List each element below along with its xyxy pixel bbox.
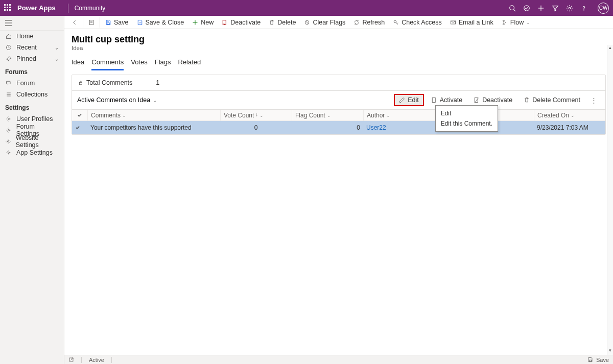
column-author[interactable]: Author⌄ xyxy=(363,110,435,120)
column-created-on[interactable]: Created On⌄ xyxy=(534,110,605,120)
more-commands-button[interactable]: ⋮ xyxy=(587,96,600,104)
topbar-divider xyxy=(68,4,68,13)
key-icon xyxy=(393,19,399,26)
column-comments[interactable]: Comments⌄ xyxy=(87,110,220,120)
sort-desc-icon: ↑ xyxy=(255,112,258,118)
save-close-icon xyxy=(137,19,143,26)
back-button[interactable] xyxy=(67,16,82,29)
filter-icon[interactable] xyxy=(552,5,566,12)
deactivate-icon xyxy=(474,97,480,103)
lock-icon xyxy=(78,80,83,86)
sidebar-label: App Settings xyxy=(16,149,53,156)
clear-flags-icon xyxy=(304,19,310,26)
activate-icon xyxy=(431,97,437,103)
svg-rect-11 xyxy=(7,81,11,84)
command-bar: Save Save & Close New Deactivate Delete … xyxy=(64,16,613,29)
flow-button[interactable]: Flow⌄ xyxy=(498,16,534,29)
svg-point-6 xyxy=(583,9,584,10)
open-in-new-icon[interactable] xyxy=(68,357,74,362)
svg-point-2 xyxy=(524,5,530,11)
tab-comments[interactable]: Comments xyxy=(91,58,124,70)
app-launcher-icon[interactable] xyxy=(4,4,12,12)
edit-button[interactable]: Edit xyxy=(394,94,424,106)
brand-label: Power Apps xyxy=(17,4,56,12)
delete-button[interactable]: Delete xyxy=(265,16,300,29)
sidebar-item-website-settings[interactable]: Website Settings xyxy=(0,136,64,147)
table-row[interactable]: Your competitors have this supported 0 0… xyxy=(72,121,605,134)
comments-grid: Comments⌄ Vote Count ↑ ⌄ Flag Count⌄ Aut… xyxy=(72,110,605,134)
user-avatar[interactable]: CW xyxy=(598,3,609,14)
tab-votes[interactable]: Votes xyxy=(131,58,148,70)
search-icon[interactable] xyxy=(509,5,523,12)
chevron-down-icon: ⌄ xyxy=(386,113,390,118)
gear-icon xyxy=(5,138,12,144)
delete-comment-button[interactable]: Delete Comment xyxy=(520,95,584,105)
save-button[interactable]: Save xyxy=(101,16,133,29)
chevron-down-icon: ⌄ xyxy=(153,98,157,103)
sidebar-label: Collections xyxy=(16,91,48,98)
view-selector[interactable]: Active Comments on Idea ⌄ xyxy=(77,96,157,104)
column-flag-count[interactable]: Flag Count⌄ xyxy=(292,110,363,120)
sidebar-toggle[interactable] xyxy=(0,16,64,31)
clock-icon xyxy=(5,44,12,51)
environment-label[interactable]: Community xyxy=(75,5,106,12)
sidebar-label: Forum xyxy=(16,80,35,87)
settings-icon[interactable] xyxy=(566,5,580,12)
clear-flags-button[interactable]: Clear Flags xyxy=(300,16,349,29)
tooltip-body: Edit this Comment. xyxy=(441,120,492,127)
tab-related[interactable]: Related xyxy=(178,58,201,70)
svg-rect-33 xyxy=(432,98,435,103)
scroll-down-icon[interactable]: ▾ xyxy=(607,348,613,355)
tab-idea[interactable]: Idea xyxy=(72,58,84,70)
svg-line-27 xyxy=(224,23,225,25)
vertical-scrollbar[interactable]: ▴ ▾ xyxy=(607,45,613,355)
save-close-button[interactable]: Save & Close xyxy=(133,16,188,29)
footer-save-button[interactable]: Save xyxy=(587,357,609,363)
page-header: Multi cup setting Idea xyxy=(64,29,613,53)
new-button[interactable]: New xyxy=(188,16,218,29)
column-vote-count[interactable]: Vote Count ↑ ⌄ xyxy=(220,110,292,120)
sidebar-item-forum[interactable]: Forum xyxy=(0,78,64,89)
form-selector-button[interactable] xyxy=(84,16,99,29)
activate-button[interactable]: Activate xyxy=(427,95,466,105)
scroll-up-icon[interactable]: ▴ xyxy=(607,45,613,52)
add-icon[interactable] xyxy=(537,5,552,12)
row-checkbox[interactable] xyxy=(72,125,87,130)
grid-header: Comments⌄ Vote Count ↑ ⌄ Flag Count⌄ Aut… xyxy=(72,110,605,121)
sidebar-label: Home xyxy=(16,33,33,40)
svg-rect-22 xyxy=(107,22,110,24)
svg-rect-23 xyxy=(107,20,109,21)
gear-icon xyxy=(5,150,12,156)
form-tabs: Idea Comments Votes Flags Related xyxy=(64,53,613,70)
deactivate-button[interactable]: Deactivate xyxy=(218,16,265,29)
gear-icon xyxy=(5,127,12,133)
assistant-icon[interactable] xyxy=(523,5,537,12)
sidebar-group-forums: Forums xyxy=(0,64,64,78)
deactivate-subgrid-button[interactable]: Deactivate xyxy=(469,95,516,105)
main-content: Save Save & Close New Deactivate Delete … xyxy=(64,16,613,364)
sidebar-item-home[interactable]: Home xyxy=(0,31,64,42)
row-author-link[interactable]: User22 xyxy=(366,124,386,131)
sidebar-label: Website Settings xyxy=(16,134,59,149)
svg-point-18 xyxy=(8,152,10,154)
row-created-on: 9/23/2021 7:03 AM xyxy=(537,124,588,131)
sidebar-item-collections[interactable]: Collections xyxy=(0,89,64,100)
tab-flags[interactable]: Flags xyxy=(155,58,171,70)
help-icon[interactable] xyxy=(580,5,595,12)
tooltip-title: Edit xyxy=(441,110,492,117)
sidebar-item-recent[interactable]: Recent ⌄ xyxy=(0,42,64,53)
sidebar-item-pinned[interactable]: Pinned ⌄ xyxy=(0,53,64,64)
row-vote-count: 0 xyxy=(254,124,258,131)
forum-icon xyxy=(5,80,12,86)
check-access-button[interactable]: Check Access xyxy=(389,16,446,29)
mail-icon xyxy=(450,19,456,26)
save-icon xyxy=(105,19,111,26)
total-comments-value: 1 xyxy=(156,79,159,86)
refresh-button[interactable]: Refresh xyxy=(349,16,389,29)
email-link-button[interactable]: Email a Link xyxy=(446,16,498,29)
select-all-header[interactable] xyxy=(72,110,87,120)
chevron-down-icon: ⌄ xyxy=(526,20,530,25)
subgrid-toolbar: Active Comments on Idea ⌄ Edit Activate … xyxy=(72,91,605,110)
svg-point-16 xyxy=(8,130,9,131)
sidebar-item-app-settings[interactable]: App Settings xyxy=(0,147,64,158)
